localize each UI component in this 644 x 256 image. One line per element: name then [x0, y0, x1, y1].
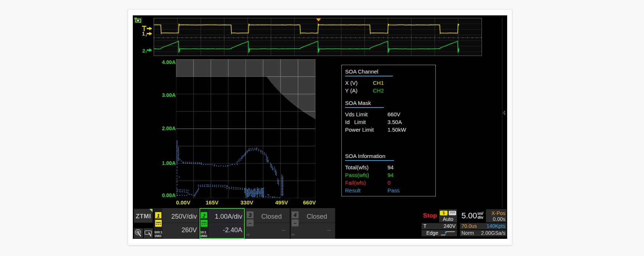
- svg-text:2: 2: [142, 48, 145, 54]
- svg-text:1: 1: [142, 31, 145, 37]
